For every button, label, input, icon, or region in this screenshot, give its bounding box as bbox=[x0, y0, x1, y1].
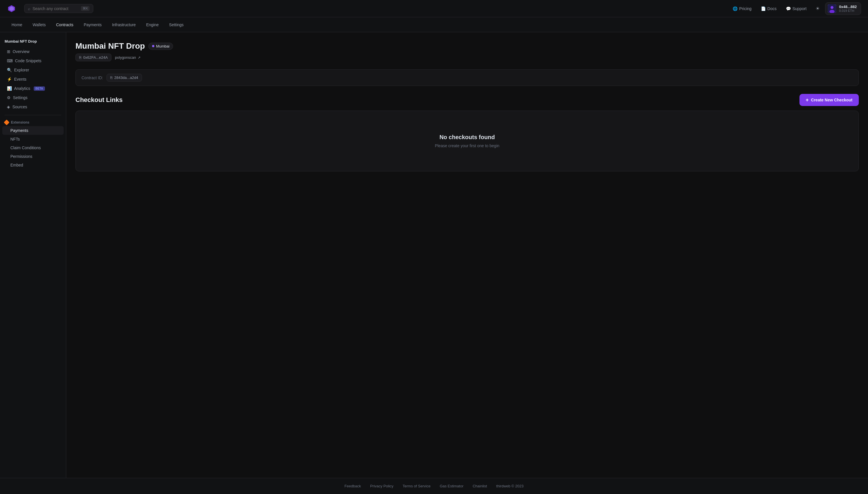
sidebar-item-permissions[interactable]: Permissions bbox=[2, 152, 64, 161]
sidebar-item-code-snippets[interactable]: ⌨ Code Snippets bbox=[2, 56, 64, 65]
sidebar-embed-label: Embed bbox=[11, 163, 23, 167]
sidebar: Mumbai NFT Drop ⊞ Overview ⌨ Code Snippe… bbox=[0, 32, 66, 478]
sources-icon: ◈ bbox=[7, 104, 10, 109]
sidebar-item-overview[interactable]: ⊞ Overview bbox=[2, 47, 64, 56]
explorer-icon: 🔍 bbox=[7, 68, 12, 72]
contract-id-row: Contract ID: ⎘ 2843da...a2d4 bbox=[75, 70, 859, 86]
sidebar-item-settings[interactable]: ⚙ Settings bbox=[2, 93, 64, 102]
pricing-nav-link[interactable]: 🌐 Pricing bbox=[729, 5, 755, 13]
footer-terms-link[interactable]: Terms of Service bbox=[403, 484, 430, 488]
nav-settings[interactable]: Settings bbox=[165, 20, 188, 30]
nav-payments[interactable]: Payments bbox=[79, 20, 106, 30]
polygonscan-link[interactable]: polygonscan ↗ bbox=[115, 55, 140, 60]
contract-name: Mumbai NFT Drop bbox=[75, 41, 145, 51]
search-icon: ⌕ bbox=[28, 6, 30, 11]
nav-infrastructure[interactable]: Infrastructure bbox=[108, 20, 140, 30]
sidebar-settings-label: Settings bbox=[13, 95, 28, 100]
pricing-label: Pricing bbox=[739, 6, 752, 11]
analytics-icon: 📊 bbox=[7, 86, 12, 91]
sidebar-item-explorer[interactable]: 🔍 Explorer bbox=[2, 65, 64, 75]
user-info: 0x48...882 0.019 ETH bbox=[839, 5, 857, 13]
sidebar-contract-title: Mumbai NFT Drop bbox=[0, 37, 66, 47]
globe-icon: 🌐 bbox=[733, 6, 737, 11]
support-label: Support bbox=[793, 6, 807, 11]
sidebar-item-claim-conditions[interactable]: Claim Conditions bbox=[2, 144, 64, 152]
sidebar-permissions-label: Permissions bbox=[11, 154, 32, 159]
logo[interactable] bbox=[7, 4, 16, 13]
search-bar[interactable]: ⌕ ⌘K bbox=[24, 4, 93, 13]
create-checkout-btn-label: Create New Checkout bbox=[811, 98, 852, 102]
nav-links: 🌐 Pricing 📄 Docs 💬 Support ☀ 0x48...882 bbox=[729, 2, 861, 15]
plus-icon: + bbox=[806, 97, 809, 102]
sidebar-item-events[interactable]: ⚡ Events bbox=[2, 75, 64, 84]
empty-state: No checkouts found Please create your fi… bbox=[75, 111, 859, 171]
address-chip-value: 0x62FA...e24A bbox=[83, 55, 108, 60]
contract-id-chip[interactable]: ⎘ 2843da...a2d4 bbox=[107, 74, 142, 81]
address-row: ⎘ 0x62FA...e24A polygonscan ↗ bbox=[75, 54, 859, 61]
events-icon: ⚡ bbox=[7, 77, 12, 81]
avatar bbox=[828, 4, 836, 13]
search-input[interactable] bbox=[33, 6, 79, 11]
footer-privacy-link[interactable]: Privacy Policy bbox=[370, 484, 393, 488]
address-chip[interactable]: ⎘ 0x62FA...e24A bbox=[75, 54, 112, 61]
main-layout: Mumbai NFT Drop ⊞ Overview ⌨ Code Snippe… bbox=[0, 32, 868, 478]
polygonscan-label: polygonscan bbox=[115, 55, 136, 60]
theme-icon: ☀ bbox=[815, 6, 819, 11]
sidebar-overview-label: Overview bbox=[13, 49, 30, 54]
footer: Feedback Privacy Policy Terms of Service… bbox=[0, 478, 868, 494]
support-nav-link[interactable]: 💬 Support bbox=[783, 5, 810, 13]
network-badge: Mumbai bbox=[148, 43, 173, 50]
footer-chainlist-link[interactable]: Chainlist bbox=[472, 484, 487, 488]
svg-point-1 bbox=[831, 6, 833, 9]
theme-toggle-button[interactable]: ☀ bbox=[812, 3, 823, 14]
footer-copyright: thirdweb © 2023 bbox=[496, 484, 524, 488]
network-badge-label: Mumbai bbox=[156, 44, 169, 49]
user-address: 0x48...882 bbox=[839, 5, 857, 9]
sidebar-events-label: Events bbox=[14, 77, 26, 81]
empty-state-subtitle: Please create your first one to begin bbox=[435, 144, 499, 148]
support-icon: 💬 bbox=[786, 6, 791, 11]
copy-icon: ⎘ bbox=[79, 55, 81, 60]
docs-nav-link[interactable]: 📄 Docs bbox=[757, 5, 780, 13]
avatar-icon bbox=[828, 4, 836, 13]
beta-badge: BETA bbox=[34, 87, 45, 91]
footer-gas-link[interactable]: Gas Estimator bbox=[440, 484, 463, 488]
sidebar-payments-label: Payments bbox=[11, 128, 28, 133]
checkout-section-header: Checkout Links + Create New Checkout bbox=[75, 94, 859, 106]
sidebar-item-analytics[interactable]: 📊 Analytics BETA bbox=[2, 84, 64, 93]
logo-icon bbox=[7, 4, 16, 13]
contract-id-label: Contract ID: bbox=[81, 75, 103, 80]
docs-label: Docs bbox=[768, 6, 777, 11]
footer-feedback-link[interactable]: Feedback bbox=[344, 484, 361, 488]
extensions-header: Extensions bbox=[0, 119, 66, 126]
sidebar-item-sources[interactable]: ◈ Sources bbox=[2, 102, 64, 112]
sidebar-nfts-label: NFTs bbox=[11, 137, 20, 141]
nav-wallets[interactable]: Wallets bbox=[28, 20, 50, 30]
empty-state-title: No checkouts found bbox=[440, 134, 495, 140]
nav-contracts[interactable]: Contracts bbox=[52, 20, 78, 30]
sidebar-code-label: Code Snippets bbox=[15, 58, 41, 63]
extensions-diamond-icon bbox=[4, 119, 9, 125]
external-link-icon: ↗ bbox=[138, 56, 140, 60]
sidebar-divider bbox=[5, 115, 61, 115]
sidebar-claim-conditions-label: Claim Conditions bbox=[11, 146, 41, 150]
search-shortcut: ⌘K bbox=[81, 6, 90, 11]
document-icon: 📄 bbox=[761, 6, 766, 11]
sidebar-item-payments[interactable]: Payments bbox=[2, 126, 64, 135]
extensions-label: Extensions bbox=[11, 120, 30, 125]
sidebar-sources-label: Sources bbox=[13, 104, 27, 109]
nav-engine[interactable]: Engine bbox=[141, 20, 163, 30]
checkout-title: Checkout Links bbox=[75, 96, 123, 104]
sidebar-item-embed[interactable]: Embed bbox=[2, 161, 64, 169]
create-checkout-button[interactable]: + Create New Checkout bbox=[799, 94, 859, 106]
network-dot-icon bbox=[152, 45, 154, 47]
nav-home[interactable]: Home bbox=[7, 20, 27, 30]
sidebar-analytics-label: Analytics bbox=[14, 86, 30, 91]
settings-icon: ⚙ bbox=[7, 95, 11, 100]
copy-id-icon: ⎘ bbox=[110, 75, 113, 80]
contract-id-value: 2843da...a2d4 bbox=[114, 75, 138, 80]
sidebar-item-nfts[interactable]: NFTs bbox=[2, 135, 64, 144]
user-balance: 0.019 ETH bbox=[839, 9, 857, 13]
code-icon: ⌨ bbox=[7, 58, 13, 63]
user-badge[interactable]: 0x48...882 0.019 ETH bbox=[825, 2, 861, 15]
